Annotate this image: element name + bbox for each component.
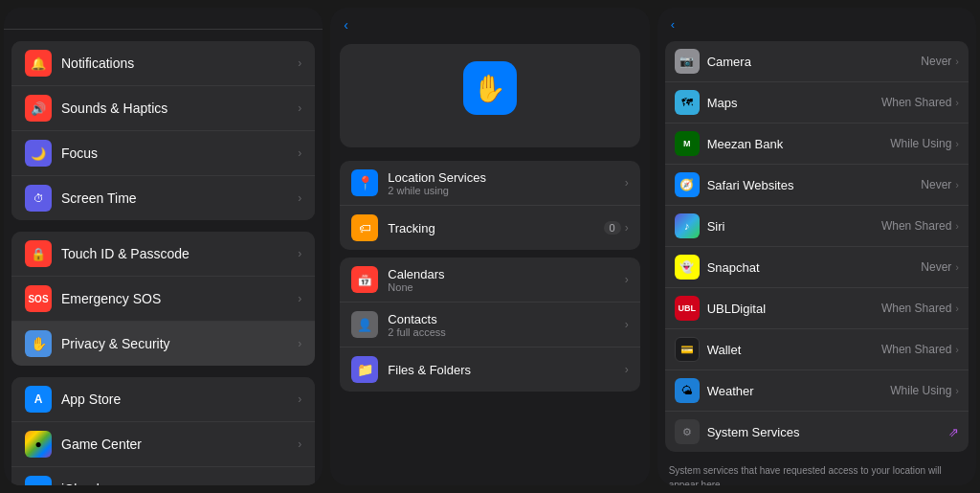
siri-icon: ♪ bbox=[675, 213, 700, 238]
chevron-icon: › bbox=[298, 337, 301, 350]
chevron-icon: › bbox=[625, 318, 629, 331]
privacy-row-locationservices[interactable]: 📍Location Services2 while using› bbox=[340, 161, 639, 206]
filesfolders-content: Files & Folders bbox=[388, 363, 624, 377]
chevron-icon: › bbox=[625, 273, 629, 286]
ubldigital-icon: UBL bbox=[675, 296, 700, 321]
location-nav-back[interactable]: ‹ bbox=[671, 17, 677, 32]
locationservices-content: Location Services2 while using bbox=[388, 170, 624, 196]
settings-group-1: 🔒Touch ID & Passcode›SOSEmergency SOS›✋P… bbox=[4, 232, 323, 366]
settings-item-sounds[interactable]: 🔊Sounds & Haptics› bbox=[11, 86, 315, 131]
gamecenter-icon: ● bbox=[25, 431, 52, 458]
settings-item-focus[interactable]: 🌙Focus› bbox=[11, 131, 315, 176]
ubldigital-permission: When Shared bbox=[881, 302, 951, 315]
camera-name: Camera bbox=[707, 55, 922, 69]
settings-item-touchid[interactable]: 🔒Touch ID & Passcode› bbox=[11, 232, 315, 277]
chevron-icon: › bbox=[625, 221, 629, 235]
filesfolders-icon: 📁 bbox=[351, 356, 378, 383]
location-row-meezan[interactable]: MMeezan BankWhile Using› bbox=[665, 123, 969, 165]
chevron-icon: › bbox=[625, 363, 629, 376]
location-footer: System services that have requested acce… bbox=[657, 456, 976, 485]
weather-icon: 🌤 bbox=[675, 378, 700, 403]
siri-name: Siri bbox=[707, 219, 881, 234]
privacy-row-tracking[interactable]: 🏷Tracking0› bbox=[340, 206, 639, 250]
chevron-icon: › bbox=[298, 392, 301, 406]
settings-item-gamecenter[interactable]: ●Game Center› bbox=[11, 422, 315, 467]
weather-name: Weather bbox=[707, 384, 891, 398]
notifications-icon: 🔔 bbox=[25, 50, 52, 77]
privacy-icon: ✋ bbox=[25, 330, 52, 357]
calendars-right: › bbox=[625, 273, 629, 286]
tracking-icon: 🏷 bbox=[351, 214, 378, 241]
tracking-title: Tracking bbox=[388, 221, 603, 235]
location-row-snapchat[interactable]: 👻SnapchatNever› bbox=[665, 247, 969, 288]
chevron-back-icon: ‹ bbox=[344, 17, 348, 33]
meezan-permission: While Using bbox=[890, 137, 951, 150]
settings-item-icloud[interactable]: ☁iCloud› bbox=[11, 467, 315, 485]
filesfolders-right: › bbox=[625, 363, 629, 376]
chevron-icon: › bbox=[298, 101, 301, 115]
chevron-icon: › bbox=[955, 56, 959, 67]
location-nav: ‹ bbox=[657, 8, 976, 37]
location-row-camera[interactable]: 📷CameraNever› bbox=[665, 41, 969, 82]
chevron-icon: › bbox=[298, 191, 301, 205]
settings-group-2: AApp Store›●Game Center›☁iCloud›💳Wallet› bbox=[4, 377, 323, 485]
privacy-label: Privacy & Security bbox=[61, 336, 298, 351]
calendars-content: CalendarsNone bbox=[388, 267, 624, 293]
location-panel: ‹ 📷CameraNever›🗺MapsWhen Shared›MMeezan … bbox=[657, 8, 976, 485]
wallet-name: Wallet bbox=[707, 343, 881, 357]
location-row-ubldigital[interactable]: UBLUBLDigitalWhen Shared› bbox=[665, 288, 969, 329]
screentime-icon: ⏱ bbox=[25, 185, 52, 212]
location-row-wallet[interactable]: 💳WalletWhen Shared› bbox=[665, 329, 969, 370]
notifications-label: Notifications bbox=[61, 56, 298, 71]
snapchat-permission: Never bbox=[921, 260, 951, 274]
icloud-label: iCloud bbox=[61, 482, 298, 485]
systemservices-name: System Services bbox=[707, 425, 945, 439]
location-row-systemservices[interactable]: ⚙System Services⇗ bbox=[665, 412, 969, 452]
settings-list: 🔔Notifications›🔊Sounds & Haptics›🌙Focus›… bbox=[4, 30, 323, 485]
privacy-row-contacts[interactable]: 👤Contacts2 full access› bbox=[340, 303, 639, 347]
privacy-nav[interactable]: ‹ bbox=[330, 8, 649, 38]
maps-icon: 🗺 bbox=[675, 90, 700, 115]
settings-item-sos[interactable]: SOSEmergency SOS› bbox=[11, 277, 315, 322]
location-row-weather[interactable]: 🌤WeatherWhile Using› bbox=[665, 370, 969, 412]
privacy-icon: ✋ bbox=[463, 61, 517, 115]
tracking-content: Tracking bbox=[388, 221, 603, 235]
contacts-sub: 2 full access bbox=[388, 326, 624, 338]
footer-top-text: System services that have requested acce… bbox=[669, 463, 965, 485]
sounds-label: Sounds & Haptics bbox=[61, 101, 298, 116]
privacy-section-0: 📍Location Services2 while using›🏷Trackin… bbox=[340, 161, 639, 250]
settings-item-privacy[interactable]: ✋Privacy & Security› bbox=[11, 322, 315, 366]
chevron-icon: › bbox=[298, 437, 301, 451]
contacts-title: Contacts bbox=[388, 312, 624, 326]
contacts-content: Contacts2 full access bbox=[388, 312, 624, 338]
locationservices-title: Location Services bbox=[388, 170, 624, 185]
chevron-icon: › bbox=[955, 261, 959, 273]
settings-group-0: 🔔Notifications›🔊Sounds & Haptics›🌙Focus›… bbox=[4, 41, 323, 220]
maps-permission: When Shared bbox=[881, 96, 951, 109]
location-row-maps[interactable]: 🗺MapsWhen Shared› bbox=[665, 82, 969, 123]
focus-label: Focus bbox=[61, 146, 298, 161]
sos-icon: SOS bbox=[25, 285, 52, 312]
settings-item-screentime[interactable]: ⏱Screen Time› bbox=[11, 176, 315, 220]
chevron-icon: › bbox=[298, 146, 301, 160]
settings-item-notifications[interactable]: 🔔Notifications› bbox=[11, 41, 315, 86]
chevron-icon: › bbox=[298, 292, 301, 305]
safari-icon: 🧭 bbox=[675, 172, 700, 197]
settings-item-appstore[interactable]: AApp Store› bbox=[11, 377, 315, 422]
chevron-icon: › bbox=[955, 97, 959, 108]
filesfolders-title: Files & Folders bbox=[388, 363, 624, 377]
privacy-row-filesfolders[interactable]: 📁Files & Folders› bbox=[340, 347, 639, 392]
back-chevron-icon: ‹ bbox=[671, 17, 675, 32]
camera-icon: 📷 bbox=[675, 49, 700, 74]
snapchat-icon: 👻 bbox=[675, 255, 700, 280]
privacy-row-calendars[interactable]: 📅CalendarsNone› bbox=[340, 258, 639, 303]
chevron-icon: › bbox=[298, 482, 301, 485]
location-row-safari[interactable]: 🧭Safari WebsitesNever› bbox=[665, 165, 969, 206]
calendars-sub: None bbox=[388, 281, 624, 293]
location-apps-section: 📷CameraNever›🗺MapsWhen Shared›MMeezan Ba… bbox=[665, 41, 969, 452]
screentime-label: Screen Time bbox=[61, 190, 298, 206]
calendars-icon: 📅 bbox=[351, 266, 378, 293]
location-row-siri[interactable]: ♪SiriWhen Shared› bbox=[665, 206, 969, 247]
contacts-right: › bbox=[625, 318, 629, 331]
location-apps-list: 📷CameraNever›🗺MapsWhen Shared›MMeezan Ba… bbox=[657, 37, 976, 485]
